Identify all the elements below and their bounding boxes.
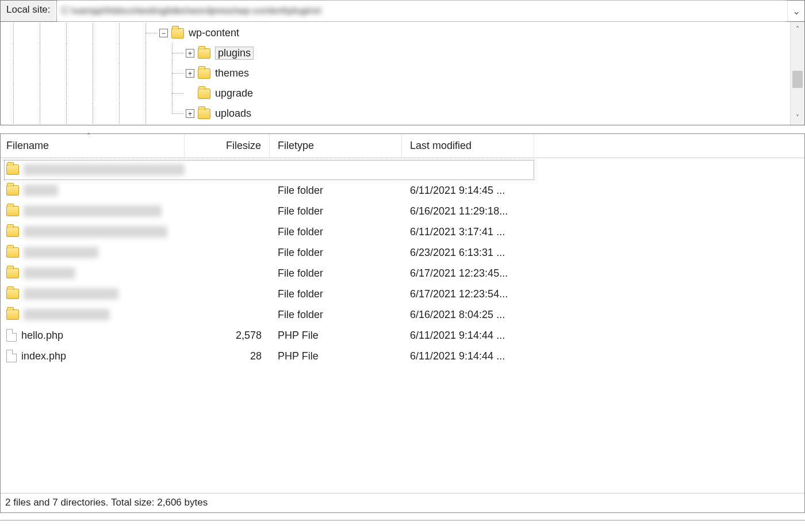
file-type: File folder [270, 205, 402, 217]
file-icon [6, 350, 17, 362]
file-name: a [24, 185, 58, 196]
file-name: index.php [21, 350, 66, 362]
expand-icon[interactable]: + [186, 109, 194, 118]
tree-node-upgrade[interactable]: upgrade [1, 83, 790, 104]
file-modified: 6/16/2021 11:29:18... [402, 205, 534, 217]
local-site-bar: Local site: ⌄ [0, 0, 805, 22]
folder-icon [6, 309, 19, 320]
file-type: File folder [270, 267, 402, 280]
tree-node-label: plugins [215, 47, 254, 60]
file-modified: 6/11/2021 9:14:44 ... [402, 330, 534, 342]
file-name: b [24, 205, 162, 217]
column-header-filesize[interactable]: Filesize [185, 134, 270, 158]
file-name: v [24, 309, 110, 320]
folder-icon [6, 289, 19, 299]
expand-icon[interactable]: + [186, 69, 194, 78]
file-list-row[interactable]: vFile folder6/16/2021 8:04:25 ... [1, 304, 804, 325]
file-icon [6, 329, 17, 342]
file-name: .. [24, 164, 185, 175]
folder-icon [198, 48, 210, 59]
file-type: File folder [270, 226, 402, 238]
column-header-filetype[interactable]: Filetype [270, 134, 402, 158]
file-modified: 6/11/2021 9:14:44 ... [402, 350, 534, 362]
file-list-row[interactable]: bFile folder6/16/2021 11:29:18... [1, 201, 804, 221]
file-list-header: ˄ Filename Filesize Filetype Last modifi… [1, 134, 804, 158]
file-list-row[interactable]: fFile folder6/17/2021 12:23:54... [1, 284, 804, 304]
column-header-modified[interactable]: Last modified [402, 134, 534, 158]
file-modified: 6/11/2021 9:14:45 ... [402, 185, 534, 197]
file-size: 28 [185, 350, 270, 362]
tree-node-label: themes [215, 67, 249, 79]
file-name: f [24, 288, 118, 300]
directory-tree[interactable]: − wp-content + plugins + [1, 22, 790, 125]
file-list-panel: ˄ Filename Filesize Filetype Last modifi… [0, 133, 805, 513]
expand-icon[interactable]: + [186, 49, 194, 58]
file-modified: 6/16/2021 8:04:25 ... [402, 309, 534, 321]
file-list-row[interactable]: aFile folder6/11/2021 9:14:45 ... [1, 180, 804, 201]
file-list-row[interactable]: hello.php2,578PHP File6/11/2021 9:14:44 … [1, 325, 804, 346]
folder-icon [6, 268, 19, 278]
sort-ascending-icon: ˄ [87, 132, 90, 140]
tree-scrollbar[interactable]: ˄ ˅ [790, 22, 804, 125]
file-type: File folder [270, 288, 402, 300]
folder-icon [6, 247, 19, 258]
scroll-track[interactable] [791, 36, 804, 110]
file-list-row[interactable]: cFile folder6/23/2021 6:13:31 ... [1, 242, 804, 263]
local-site-label: Local site: [1, 1, 57, 21]
tree-node-label: wp-content [189, 27, 239, 39]
file-list-row[interactable]: bFile folder6/11/2021 3:17:41 ... [1, 221, 804, 242]
file-name: f [24, 267, 75, 279]
folder-icon [198, 68, 210, 79]
chevron-down-icon: ⌄ [792, 5, 800, 17]
file-list-body[interactable]: ..aFile folder6/11/2021 9:14:45 ...bFile… [1, 158, 804, 493]
file-list-row[interactable]: fFile folder6/17/2021 12:23:45... [1, 263, 804, 284]
tree-node-uploads[interactable]: + uploads [1, 104, 790, 124]
tree-node-themes[interactable]: + themes [1, 63, 790, 83]
tree-node-plugins[interactable]: + plugins [1, 43, 790, 63]
scroll-down-icon[interactable]: ˅ [791, 110, 804, 125]
file-type: PHP File [270, 330, 402, 342]
local-site-path-input[interactable] [57, 1, 787, 21]
local-site-dropdown[interactable]: ⌄ [787, 1, 804, 21]
panel-divider [0, 520, 805, 523]
file-name: hello.php [21, 330, 63, 342]
tree-node-label: uploads [215, 108, 251, 120]
folder-icon [6, 164, 19, 175]
status-bar: 2 files and 7 directories. Total size: 2… [1, 493, 804, 512]
file-list-row[interactable]: index.php28PHP File6/11/2021 9:14:44 ... [1, 346, 804, 366]
file-name: b [24, 226, 167, 238]
file-modified: 6/11/2021 3:17:41 ... [402, 226, 534, 238]
file-type: PHP File [270, 350, 402, 362]
folder-icon [6, 227, 19, 237]
tree-node-label: upgrade [215, 87, 253, 99]
tree-node-wp-content[interactable]: − wp-content [1, 23, 790, 43]
folder-icon [6, 206, 19, 216]
file-modified: 6/17/2021 12:23:54... [402, 288, 534, 300]
folder-icon [198, 89, 210, 99]
file-modified: 6/17/2021 12:23:45... [402, 267, 534, 280]
directory-tree-panel: − wp-content + plugins + [0, 22, 805, 125]
file-size: 2,578 [185, 330, 270, 342]
collapse-icon[interactable]: − [159, 29, 168, 37]
file-type: File folder [270, 309, 402, 321]
file-modified: 6/23/2021 6:13:31 ... [402, 247, 534, 259]
folder-icon [171, 28, 184, 39]
scroll-up-icon[interactable]: ˄ [791, 22, 804, 36]
file-type: File folder [270, 185, 402, 197]
column-header-filename[interactable]: ˄ Filename [1, 134, 185, 158]
folder-icon [6, 185, 19, 196]
scroll-thumb[interactable] [792, 71, 803, 88]
file-type: File folder [270, 247, 402, 259]
file-name: c [24, 247, 98, 258]
folder-icon [198, 109, 210, 119]
file-list-row[interactable]: .. [1, 159, 804, 180]
